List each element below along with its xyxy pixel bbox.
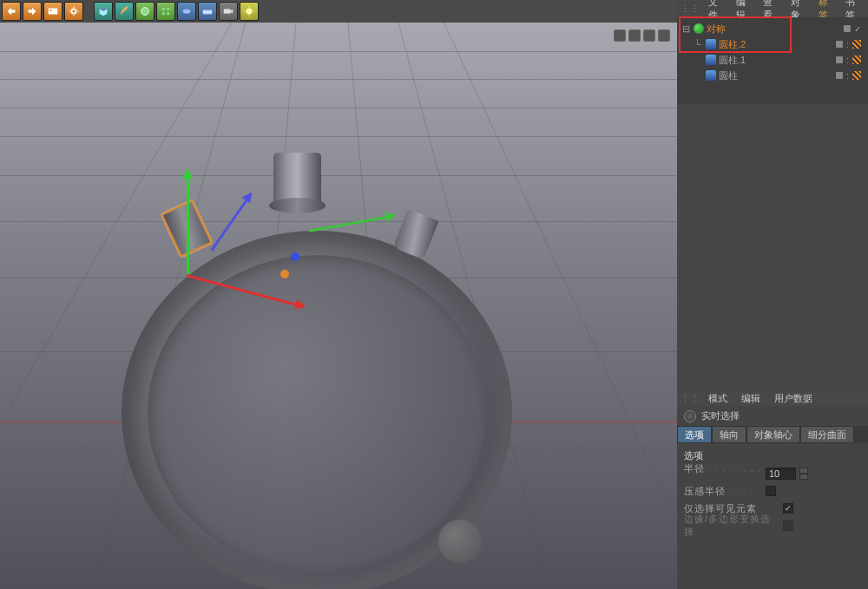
viewport-3d[interactable] [0,23,677,589]
tab-subdivision[interactable]: 细分曲面 [800,426,854,443]
tool-array-icon[interactable] [156,2,175,21]
vis-dot-icon[interactable] [836,72,843,79]
attr-title-text: 实时选择 [701,409,740,422]
svg-point-13 [247,9,253,15]
svg-rect-9 [203,10,213,14]
vis-dot-icon[interactable] [836,56,843,63]
axis-plane-dot[interactable] [291,252,299,261]
attr-menu-edit[interactable]: 编辑 [736,392,766,405]
cylinder-icon [706,39,716,49]
tag-phong-icon[interactable] [852,71,861,80]
tab-axis[interactable]: 轴向 [712,426,746,443]
attr-row-deform: 边缘/多边形变换选择 [684,517,861,534]
object-tree: ⊟ 对称 ✓ └ 圆柱.2 : 圆柱.1 : 圆柱 : [677,17,868,104]
axis-y-arrow[interactable] [187,170,189,274]
viewport-controls [614,29,670,42]
tag-phong-icon[interactable] [852,56,861,64]
deform-checkbox[interactable] [783,520,793,531]
pressure-checkbox[interactable] [766,486,776,496]
svg-point-6 [162,12,166,16]
radius-spinner[interactable] [799,468,808,480]
viewport-pan-icon[interactable] [614,29,626,42]
svg-point-4 [162,8,166,11]
vis-dot-icon[interactable] [844,25,851,32]
tree-row-cylinder1[interactable]: 圆柱.1 : [677,52,868,68]
tab-object-axis[interactable]: 对象轴心 [746,426,800,443]
viewport-maximize-icon[interactable] [658,29,670,42]
tool-light-icon[interactable] [240,2,259,21]
viewport-rotate-icon[interactable] [643,29,655,42]
attr-section: 选项 半径 . . . . . . . . . 压感半径 . . . . 仅选择… [677,443,868,538]
tool-nurbs-icon[interactable] [135,2,155,21]
pressure-label: 压感半径 . . . . [684,485,762,498]
radius-label: 半径 . . . . . . . . . [684,462,762,486]
tool-redo-icon[interactable] [23,2,42,21]
navigation-widget[interactable] [438,520,482,563]
tab-options[interactable]: 选项 [677,426,712,443]
attr-row-radius: 半径 . . . . . . . . . [684,465,861,482]
symmetry-icon [694,23,704,34]
radius-input[interactable] [766,468,796,480]
model-face [148,255,486,572]
right-panel: ⋮⋮ 文件 编辑 查看 对象 标签 书签 ⊟ 对称 ✓ └ 圆柱.2 : 圆柱.… [677,0,868,589]
tool-cube-icon[interactable] [94,2,113,21]
live-selection-icon [684,410,696,422]
expand-icon[interactable]: ⊟ [682,23,691,35]
nav-sphere-icon[interactable] [438,520,482,563]
vis-dot-icon[interactable] [836,41,843,48]
deform-label: 边缘/多边形变换选择 [684,513,779,539]
svg-point-2 [71,9,76,13]
svg-point-7 [167,12,170,16]
tool-settings-icon[interactable] [64,2,83,21]
visible-checkbox[interactable]: ✓ [783,503,793,514]
tree-row-cylinder0[interactable]: 圆柱 : [677,68,868,83]
tool-pen-icon[interactable] [115,2,134,21]
svg-rect-0 [49,9,58,15]
svg-rect-1 [50,10,52,11]
axis-secondary-arrow[interactable] [308,214,394,232]
attr-tabs: 选项 轴向 对象轴心 细分曲面 [677,426,868,443]
svg-point-3 [141,8,149,16]
model-knob-top [273,153,321,205]
tree-row-cylinder2[interactable]: └ 圆柱.2 : [677,36,868,52]
tool-deformer-icon[interactable] [177,2,196,21]
attr-row-pressure: 压感半径 . . . . [684,482,861,500]
attr-menu-user[interactable]: 用户数据 [769,392,818,405]
attr-menu-bar: ⋮⋮ 模式 编辑 用户数据 [677,390,868,406]
tag-phong-icon[interactable] [852,40,861,49]
attribute-panel: ⋮⋮ 模式 编辑 用户数据 实时选择 选项 轴向 对象轴心 细分曲面 选项 半径… [677,390,868,589]
object-menu-bar: ⋮⋮ 文件 编辑 查看 对象 标签 书签 [677,0,868,17]
cylinder-icon [706,70,716,81]
svg-rect-12 [224,9,231,13]
tool-undo-icon[interactable] [2,2,21,21]
enable-check-icon[interactable]: ✓ [854,24,861,34]
attr-menu-mode[interactable]: 模式 [703,392,733,405]
svg-point-5 [167,8,170,11]
tree-row-symmetry[interactable]: ⊟ 对称 ✓ [677,21,868,36]
axis-origin-dot[interactable] [280,270,289,278]
svg-point-8 [183,9,191,13]
viewport-zoom-icon[interactable] [628,29,641,42]
cylinder-icon [706,55,716,65]
tool-camera-icon[interactable] [219,2,238,21]
attr-title-row: 实时选择 [677,406,868,426]
tool-film-icon[interactable] [43,2,62,21]
tool-floor-icon[interactable] [198,2,217,21]
